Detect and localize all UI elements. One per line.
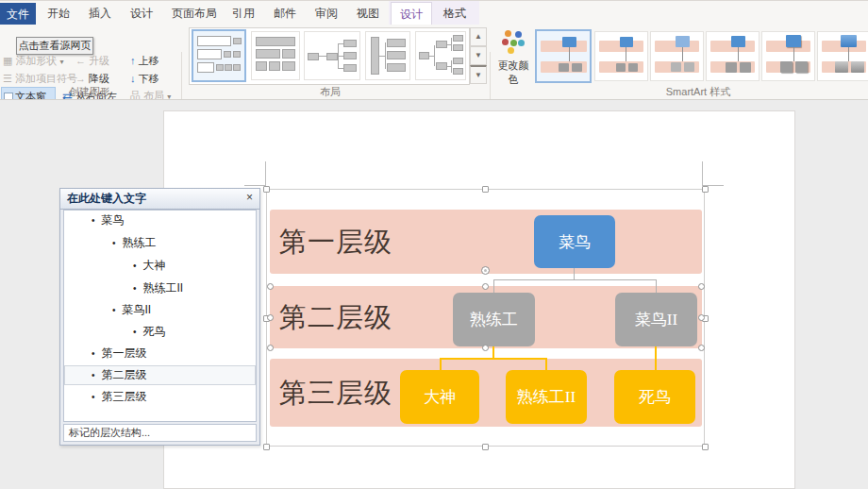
resize-handle[interactable] bbox=[263, 186, 270, 193]
row-label-level-1[interactable]: 第一层级 bbox=[279, 226, 411, 258]
connector bbox=[440, 359, 442, 370]
move-down-button[interactable]: ↓ 下移 bbox=[130, 72, 159, 86]
text-pane-item-selected[interactable]: •第二层级 bbox=[92, 364, 147, 385]
promote-button[interactable]: ← 升级 bbox=[75, 54, 109, 68]
tab-insert[interactable]: 插入 bbox=[83, 2, 117, 25]
bullet-icon: • bbox=[92, 215, 95, 226]
demote-button[interactable]: → 降级 bbox=[75, 72, 109, 86]
text-pane-item[interactable]: •死鸟 bbox=[133, 321, 166, 342]
tab-home[interactable]: 开始 bbox=[42, 2, 75, 25]
node-cainiao[interactable]: 菜鸟 bbox=[534, 215, 615, 268]
text-pane-item[interactable]: •菜鸟 bbox=[92, 210, 125, 230]
bullet-icon: • bbox=[133, 327, 137, 337]
add-shape-icon: ▦ bbox=[3, 55, 12, 67]
shape-handle[interactable] bbox=[267, 283, 274, 290]
node-shulian-gong-2[interactable]: 熟练工II bbox=[506, 370, 587, 424]
text-pane-item[interactable]: •大神 bbox=[133, 255, 166, 276]
layout-option-labeled-hierarchy[interactable] bbox=[192, 29, 246, 82]
tab-file[interactable]: 文件 bbox=[0, 3, 36, 25]
smartart-style-option-3[interactable] bbox=[650, 31, 704, 81]
tab-design[interactable]: 设计 bbox=[125, 2, 159, 25]
margin-mark-left bbox=[244, 185, 265, 186]
add-bullet-button[interactable]: ☰ 添加项目符号 bbox=[3, 72, 77, 86]
smartart-style-option-4[interactable] bbox=[706, 31, 760, 81]
layout-option-horizontal-multilevel-hierarchy[interactable] bbox=[415, 31, 466, 80]
text-pane-item[interactable]: •第一层级 bbox=[92, 343, 147, 363]
tab-smartart-design-selected[interactable]: 设计 bbox=[391, 2, 432, 25]
bullet-icon: • bbox=[92, 370, 95, 380]
connector bbox=[545, 359, 547, 370]
connector bbox=[493, 279, 657, 280]
shape-handle[interactable] bbox=[267, 345, 274, 351]
text-pane-item[interactable]: •菜鸟II bbox=[112, 299, 151, 320]
smartart-style-option-2[interactable] bbox=[594, 31, 648, 81]
row-label-level-3[interactable]: 第三层级 bbox=[279, 377, 411, 409]
smartart-style-option-6[interactable] bbox=[817, 31, 868, 81]
down-arrow-icon: ↓ bbox=[130, 73, 136, 84]
tab-page-layout[interactable]: 页面布局 bbox=[166, 2, 223, 25]
margin-mark-right bbox=[702, 161, 703, 186]
tab-smartart-format[interactable]: 格式 bbox=[434, 2, 476, 25]
connector bbox=[656, 279, 657, 293]
smartart-style-option-5[interactable] bbox=[761, 31, 815, 81]
resize-handle[interactable] bbox=[702, 186, 709, 193]
text-pane-item[interactable]: •熟练工 bbox=[112, 232, 157, 253]
bullet-icon: • bbox=[92, 348, 95, 359]
node-siniao[interactable]: 死鸟 bbox=[614, 370, 695, 424]
rotation-handle[interactable] bbox=[481, 266, 490, 275]
shape-handle[interactable] bbox=[698, 314, 705, 321]
node-shulian-gong[interactable]: 熟练工 bbox=[453, 293, 535, 346]
change-colors-button[interactable]: 更改颜色 ▾ bbox=[493, 28, 533, 85]
up-arrow-icon: ↑ bbox=[130, 55, 136, 66]
connector bbox=[655, 346, 657, 370]
bullet-icon: • bbox=[112, 238, 116, 248]
resize-handle[interactable] bbox=[263, 444, 270, 450]
resize-handle[interactable] bbox=[702, 444, 709, 450]
bullet-icon: • bbox=[133, 283, 137, 294]
connector bbox=[440, 358, 547, 360]
shape-handle[interactable] bbox=[267, 314, 274, 321]
text-pane-footer: 标记的层次结构... bbox=[63, 424, 257, 442]
bullet-icon: • bbox=[112, 305, 116, 315]
ribbon: ▦ 添加形状 ▾ ☰ 添加项目符号 文本窗格 ← 升级 → 降级 ⇄ 从右向左 … bbox=[0, 25, 868, 99]
close-icon[interactable]: × bbox=[242, 190, 257, 206]
layout-option-horizontal-labeled-hierarchy[interactable] bbox=[365, 31, 410, 80]
add-shape-button[interactable]: ▦ 添加形状 ▾ bbox=[3, 54, 64, 68]
shape-handle[interactable] bbox=[698, 345, 705, 351]
layout-gallery-scroll-down[interactable]: ▼ bbox=[470, 46, 487, 65]
connector bbox=[493, 279, 494, 293]
node-dashen[interactable]: 大神 bbox=[400, 370, 479, 424]
create-graphic-group-label: 创建图形 bbox=[38, 85, 142, 99]
bullet-icon: • bbox=[133, 261, 137, 271]
shape-handle[interactable] bbox=[482, 283, 489, 290]
bullet-icon: • bbox=[92, 392, 95, 402]
tooltip: 点击查看源网页 bbox=[16, 37, 93, 55]
tab-mailings[interactable]: 邮件 bbox=[268, 2, 302, 25]
bullet-list-icon: ☰ bbox=[3, 73, 12, 85]
promote-icon: ← bbox=[75, 55, 86, 66]
chevron-down-icon: ▾ bbox=[60, 58, 64, 66]
demote-icon: → bbox=[75, 73, 86, 84]
layout-gallery-more-button[interactable]: ▼ bbox=[470, 65, 487, 84]
tab-references[interactable]: 引用 bbox=[226, 2, 260, 25]
smartart-styles-group-label: SmartArt 样式 bbox=[642, 85, 755, 99]
layout-group-label: 布局 bbox=[302, 85, 359, 99]
shape-handle[interactable] bbox=[698, 283, 705, 290]
text-pane-item[interactable]: •熟练工II bbox=[133, 278, 183, 298]
chevron-down-icon: ▾ bbox=[509, 72, 513, 80]
word-window: 文件 开始 插入 设计 页面布局 引用 邮件 审阅 视图 设计 格式 ▦ 添加形… bbox=[0, 0, 868, 489]
row-label-level-2[interactable]: 第二层级 bbox=[279, 301, 411, 333]
smartart-style-option-1[interactable] bbox=[535, 29, 592, 83]
layout-option-horizontal-hierarchy[interactable] bbox=[304, 31, 360, 80]
resize-handle[interactable] bbox=[482, 444, 489, 450]
tab-view[interactable]: 视图 bbox=[351, 2, 385, 25]
resize-handle[interactable] bbox=[482, 186, 489, 193]
shape-handle[interactable] bbox=[482, 345, 489, 351]
text-pane-item[interactable]: •第三层级 bbox=[92, 386, 147, 407]
tab-review[interactable]: 审阅 bbox=[309, 2, 343, 25]
layout-option-table-hierarchy[interactable] bbox=[251, 31, 300, 80]
margin-mark-left bbox=[265, 161, 266, 186]
move-up-button[interactable]: ↑ 上移 bbox=[130, 54, 159, 68]
layout-gallery-scroll-up[interactable]: ▲ bbox=[470, 27, 487, 46]
node-cainiao-2[interactable]: 菜鸟II bbox=[615, 293, 697, 346]
